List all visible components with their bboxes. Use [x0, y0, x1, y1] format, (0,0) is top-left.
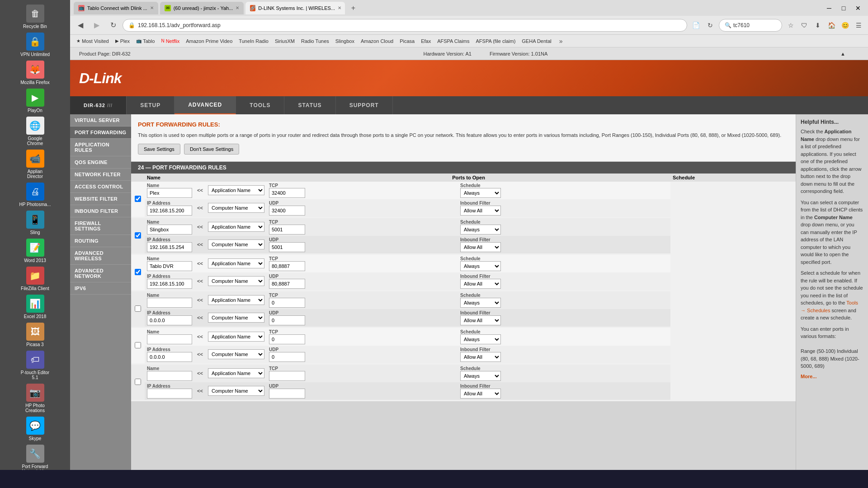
rule-3-udp[interactable]	[269, 315, 305, 325]
reload-icon[interactable]: ↻	[704, 19, 716, 31]
download-icon[interactable]: ⬇	[812, 19, 824, 31]
bookmark-efax[interactable]: Efax	[418, 38, 434, 45]
rule-0-checkbox[interactable]	[135, 196, 141, 202]
desktop-icon-chrome[interactable]: 🌐 Google Chrome	[19, 117, 51, 146]
nav-status[interactable]: STATUS	[284, 96, 335, 114]
nav-setup[interactable]: SETUP	[127, 96, 175, 114]
rule-3-schedule[interactable]: Always	[460, 298, 501, 308]
back-button[interactable]: ◀	[74, 19, 87, 32]
rule-4-name[interactable]	[147, 334, 192, 344]
rule-1-schedule[interactable]: Always	[460, 225, 501, 235]
tab-2-close[interactable]: ✕	[236, 5, 239, 10]
rule-1-ip[interactable]	[147, 242, 192, 252]
smiley-icon[interactable]: 😊	[839, 19, 851, 31]
search-bar[interactable]: 🔍 tc7610	[719, 19, 782, 32]
rule-0-schedule[interactable]: Always	[460, 188, 501, 198]
minimize-button[interactable]: ─	[823, 2, 835, 14]
rule-1-name[interactable]	[147, 225, 192, 235]
desktop-icon-skype[interactable]: 💬 Skype	[19, 417, 51, 441]
desktop-icon-hp-photosmart[interactable]: 🖨 HP Photosma...	[19, 183, 51, 207]
menu-icon[interactable]: ☰	[853, 19, 864, 31]
rule-2-compname[interactable]: Computer Name	[208, 276, 264, 286]
bookmark-tunein[interactable]: TuneIn Radio	[236, 38, 271, 45]
desktop-icon-filezilla[interactable]: 📁 FileZilla Client	[19, 267, 51, 291]
rule-2-tcp[interactable]	[269, 261, 305, 271]
maximize-button[interactable]: □	[837, 2, 850, 14]
sidebar-item-qos-engine[interactable]: QOS ENGINE	[70, 156, 131, 169]
home-icon[interactable]: 🏠	[826, 19, 837, 31]
rule-5-schedule[interactable]: Always	[460, 371, 501, 381]
desktop-icon-sling[interactable]: 📱 Sling	[19, 211, 51, 235]
sidebar-item-routing[interactable]: ROUTING	[70, 235, 131, 247]
rule-3-ip[interactable]	[147, 315, 192, 325]
desktop-icon-playon[interactable]: ▶ PlayOn	[19, 89, 51, 113]
bookmark-picasa[interactable]: Picasa	[397, 38, 417, 45]
nav-tools[interactable]: TOOLS	[236, 96, 284, 114]
bookmark-plex[interactable]: ▶ Plex	[113, 38, 132, 45]
rule-3-inbound[interactable]: Allow All	[460, 315, 501, 325]
bookmark-radiotunes[interactable]: Radio Tunes	[298, 38, 332, 45]
rule-4-appname[interactable]: Application Name	[208, 332, 264, 342]
more-link[interactable]: More...	[801, 374, 816, 379]
rule-5-checkbox[interactable]	[135, 379, 141, 385]
rule-1-inbound[interactable]: Allow All	[460, 242, 501, 252]
rule-3-checkbox[interactable]	[135, 305, 141, 312]
bookmark-icon[interactable]: ☆	[785, 19, 797, 31]
rule-5-appname[interactable]: Application Name	[208, 368, 264, 378]
rule-0-appname[interactable]: Application Name	[208, 185, 264, 195]
shield-icon[interactable]: 🛡	[798, 19, 810, 31]
rule-2-inbound[interactable]: Allow All	[460, 279, 501, 289]
rule-3-appname[interactable]: Application Name	[208, 295, 264, 305]
bookmark-geha[interactable]: GEHA Dental	[519, 38, 554, 45]
sidebar-item-application-rules[interactable]: APPLICATION RULES	[70, 139, 131, 156]
rule-0-name[interactable]	[147, 188, 192, 198]
rule-5-tcp[interactable]	[269, 371, 305, 381]
sidebar-item-website-filter[interactable]: WEBSITE FILTER	[70, 193, 131, 205]
rule-5-inbound[interactable]: Allow All	[460, 389, 501, 399]
tab-3-close[interactable]: ✕	[338, 5, 341, 10]
tab-3[interactable]: 🔗 D-LINK Systems Inc. | WIRELES... ✕	[245, 2, 345, 14]
sidebar-item-firewall[interactable]: FIREWALL SETTINGS	[70, 217, 131, 235]
rule-2-appname[interactable]: Application Name	[208, 258, 264, 268]
rule-5-name[interactable]	[147, 371, 192, 381]
desktop-icon-picasa[interactable]: 🖼 Picasa 3	[19, 323, 51, 347]
sidebar-item-ipv6[interactable]: IPV6	[70, 282, 131, 295]
desktop-icon-hp-photo[interactable]: 📷 HP Photo Creations	[19, 384, 51, 413]
url-bar[interactable]: 🔒 192.168.15.1/adv_portforward.asp	[123, 19, 687, 32]
nav-support[interactable]: SUPPORT	[336, 96, 393, 114]
rule-4-tcp[interactable]	[269, 334, 305, 344]
sidebar-item-advanced-wireless[interactable]: ADVANCED WIRELESS	[70, 247, 131, 265]
rule-2-schedule[interactable]: Always	[460, 261, 501, 271]
rule-4-udp[interactable]	[269, 352, 305, 362]
rule-4-checkbox[interactable]	[135, 342, 141, 348]
new-tab-button[interactable]: +	[347, 2, 359, 14]
rule-5-udp[interactable]	[269, 389, 305, 399]
rule-0-tcp[interactable]	[269, 188, 305, 198]
bookmark-slingbox[interactable]: Slingbox	[333, 38, 357, 45]
rule-4-schedule[interactable]: Always	[460, 334, 501, 344]
rule-5-ip[interactable]	[147, 389, 192, 399]
bookmark-netflix[interactable]: N Netflix	[158, 38, 182, 45]
bookmark-siriusxm[interactable]: SiriusXM	[272, 38, 297, 45]
rule-3-tcp[interactable]	[269, 298, 305, 308]
bookmark-amazon[interactable]: Amazon Prime Video	[183, 38, 235, 45]
rule-1-udp[interactable]	[269, 242, 305, 252]
desktop-icon-firefox[interactable]: 🦊 Mozilla Firefox	[19, 61, 51, 85]
rule-3-compname[interactable]: Computer Name	[208, 313, 264, 323]
desktop-icon-word[interactable]: 📝 Word 2013	[19, 239, 51, 263]
rule-4-compname[interactable]: Computer Name	[208, 349, 264, 359]
scroll-up-icon[interactable]: ▲	[840, 51, 845, 56]
rule-2-checkbox[interactable]	[135, 269, 141, 275]
bookmark-tablo[interactable]: 📺 Tablo	[133, 38, 157, 45]
bookmarks-expand-icon[interactable]: »	[555, 35, 567, 47]
nav-advanced[interactable]: ADVANCED	[175, 96, 236, 114]
desktop-icon-excel[interactable]: 📊 Excel 2018	[19, 295, 51, 319]
rule-4-inbound[interactable]: Allow All	[460, 352, 501, 362]
reader-icon[interactable]: 📄	[690, 19, 702, 31]
sidebar-item-network-filter[interactable]: NETWORK FILTER	[70, 169, 131, 181]
rule-0-compname[interactable]: Computer Name	[208, 203, 264, 213]
desktop-icon-ptouch[interactable]: 🏷 P-touch Editor 5.1	[19, 351, 51, 380]
rule-1-tcp[interactable]	[269, 225, 305, 235]
refresh-button[interactable]: ↻	[106, 19, 120, 32]
tab-2[interactable]: ✉ (60 unread) - jimzix - Yah... ✕	[160, 2, 244, 14]
